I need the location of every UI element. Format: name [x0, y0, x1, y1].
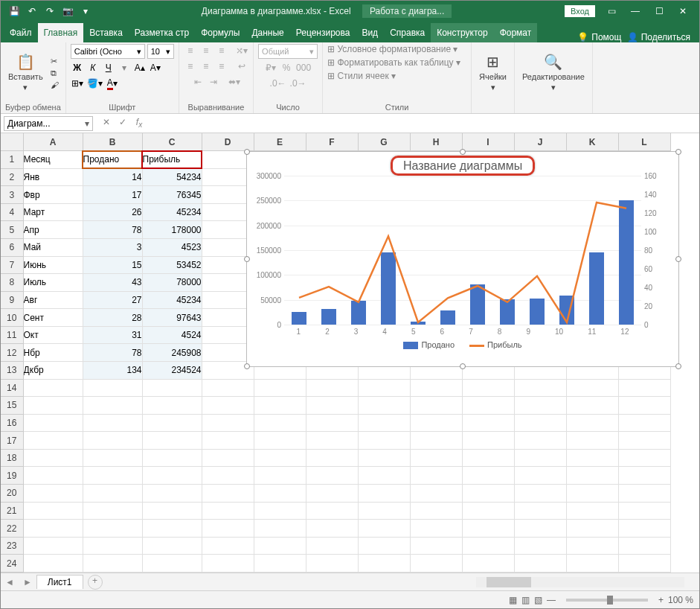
align-right-icon[interactable]: ≡ [215, 60, 228, 73]
cancel-formula-icon[interactable]: ✕ [100, 117, 112, 129]
merge-icon[interactable]: ⬌▾ [228, 75, 241, 89]
sheet-nav-prev-icon[interactable]: ◄ [1, 577, 19, 587]
chart-line[interactable] [299, 203, 626, 322]
copy-icon[interactable]: ⧉ [51, 68, 59, 78]
tab-home[interactable]: Главная [38, 23, 84, 42]
format-as-table-button[interactable]: ⊞ Форматировать как таблицу ▾ [327, 57, 460, 68]
normal-view-icon[interactable]: ▦ [509, 595, 517, 605]
resize-handle[interactable] [244, 363, 250, 369]
formula-input[interactable] [150, 116, 699, 131]
tab-insert[interactable]: Вставка [83, 23, 129, 42]
group-alignment: ≡≡≡ ⤭▾ ≡≡≡ ↩ ⇤⇥ ⬌▾ Выравнивание [179, 42, 254, 113]
ribbon: 📋Вставить▾ ✂ ⧉ 🖌 Буфер обмена Calibri (О… [1, 42, 699, 114]
align-bottom-icon[interactable]: ≡ [215, 44, 228, 57]
minimize-icon[interactable]: — [628, 6, 643, 16]
login-button[interactable]: Вход [565, 5, 595, 17]
increase-indent-icon[interactable]: ⇥ [207, 75, 220, 89]
group-clipboard: 📋Вставить▾ ✂ ⧉ 🖌 Буфер обмена [1, 42, 66, 113]
tab-help[interactable]: Справка [384, 23, 431, 42]
undo-icon[interactable]: ↶ [26, 5, 38, 17]
resize-handle[interactable] [675, 149, 681, 155]
shrink-font-icon[interactable]: A▾ [149, 61, 162, 74]
qat-customize-icon[interactable]: ▾ [80, 5, 91, 17]
contextual-tab-label: Работа с диагра... [362, 4, 452, 18]
formula-bar: Диаграм...▾ ✕ ✓ fx [1, 114, 699, 133]
horizontal-scrollbar[interactable] [476, 577, 684, 587]
tab-formulas[interactable]: Формулы [195, 23, 245, 42]
format-painter-icon[interactable]: 🖌 [51, 80, 59, 89]
increase-decimal-icon[interactable]: .0← [269, 77, 287, 90]
sheet-nav-next-icon[interactable]: ► [19, 577, 36, 587]
group-editing: 🔍Редактирование▾ [515, 42, 593, 113]
resize-handle[interactable] [244, 149, 250, 155]
borders-icon[interactable]: ⊞▾ [71, 77, 84, 90]
tab-review[interactable]: Рецензирова [290, 23, 356, 42]
close-icon[interactable]: ✕ [675, 6, 690, 16]
bold-button[interactable]: Ж [71, 61, 84, 74]
save-icon[interactable]: 💾 [8, 5, 20, 17]
sheet-tab[interactable]: Лист1 [36, 575, 83, 589]
page-layout-view-icon[interactable]: ▥ [521, 595, 530, 605]
fx-icon[interactable]: fx [133, 117, 145, 129]
underline-button[interactable]: Ч [102, 61, 115, 74]
cut-icon[interactable]: ✂ [51, 57, 59, 66]
zoom-slider[interactable] [566, 599, 648, 602]
comma-icon[interactable]: 000 [295, 61, 312, 74]
maximize-icon[interactable]: ☐ [652, 6, 667, 16]
editing-button[interactable]: 🔍Редактирование▾ [519, 51, 588, 94]
fill-color-icon[interactable]: 🪣▾ [86, 77, 103, 90]
align-top-icon[interactable]: ≡ [184, 44, 197, 57]
status-bar: ▦ ▥ ▧ — + 100 % [1, 590, 699, 608]
align-middle-icon[interactable]: ≡ [199, 44, 213, 57]
tab-file[interactable]: Файл [4, 23, 38, 42]
number-format-combo[interactable]: Общий▾ [258, 44, 318, 59]
tell-me[interactable]: 💡 Помощ [577, 32, 621, 42]
decrease-indent-icon[interactable]: ⇤ [191, 75, 205, 89]
group-font: Calibri (Осно▾ 10▾ Ж К Ч ▾ A▴ A▾ ⊞▾ 🪣▾ A… [66, 42, 179, 113]
currency-icon[interactable]: ₽▾ [264, 61, 277, 74]
add-sheet-icon[interactable]: + [88, 575, 103, 590]
align-center-icon[interactable]: ≡ [199, 60, 213, 73]
orientation-icon[interactable]: ⤭▾ [235, 44, 248, 57]
ribbon-options-icon[interactable]: ▭ [604, 6, 619, 16]
zoom-out-icon[interactable]: — [547, 595, 556, 605]
italic-button[interactable]: К [86, 61, 100, 74]
page-break-view-icon[interactable]: ▧ [534, 595, 542, 605]
resize-handle[interactable] [244, 256, 250, 262]
font-size-combo[interactable]: 10▾ [147, 44, 174, 59]
redo-icon[interactable]: ↷ [44, 5, 56, 17]
resize-handle[interactable] [675, 363, 681, 369]
zoom-level[interactable]: 100 % [668, 595, 693, 605]
resize-handle[interactable] [460, 363, 466, 369]
sheet-tabs: ◄ ► Лист1 + [1, 573, 699, 590]
tab-view[interactable]: Вид [356, 23, 384, 42]
cells-button[interactable]: ⊞Ячейки▾ [476, 51, 510, 94]
conditional-formatting-button[interactable]: ⊞ Условное форматирование ▾ [327, 44, 457, 54]
tab-chart-design[interactable]: Конструктор [431, 23, 493, 42]
cell-styles-button[interactable]: ⊞ Стили ячеек ▾ [327, 71, 396, 81]
grow-font-icon[interactable]: A▴ [133, 61, 147, 74]
camera-icon[interactable]: 📷 [62, 5, 74, 17]
align-left-icon[interactable]: ≡ [184, 60, 197, 73]
name-box[interactable]: Диаграм...▾ [4, 116, 93, 131]
font-name-combo[interactable]: Calibri (Осно▾ [71, 44, 145, 59]
worksheet-grid[interactable]: ABCDEFGHIJKL1МесяцПроданоПрибыль2Янв1454… [1, 133, 699, 573]
resize-handle[interactable] [460, 149, 466, 155]
paste-button[interactable]: 📋Вставить▾ [5, 51, 46, 94]
tab-data[interactable]: Данные [245, 23, 289, 42]
font-color-icon[interactable]: A▾ [106, 77, 119, 90]
zoom-in-icon[interactable]: + [658, 595, 664, 605]
resize-handle[interactable] [675, 256, 681, 262]
chart-title[interactable]: Название диаграммы [247, 152, 678, 176]
tab-page-layout[interactable]: Разметка стр [129, 23, 195, 42]
wrap-text-icon[interactable]: ↩ [235, 60, 248, 73]
ribbon-tabs: Файл Главная Вставка Разметка стр Формул… [1, 22, 699, 42]
enter-formula-icon[interactable]: ✓ [117, 117, 129, 129]
tab-chart-format[interactable]: Формат [494, 23, 538, 42]
group-number: Общий▾ ₽▾%000 .0←.0→ Число [254, 42, 323, 113]
decrease-decimal-icon[interactable]: .0→ [289, 77, 307, 90]
share-button[interactable]: 👤 Поделиться [627, 32, 690, 42]
group-styles: ⊞ Условное форматирование ▾ ⊞ Форматиров… [323, 42, 472, 113]
chart-object[interactable]: Название диаграммы 050000100000150000200… [246, 151, 679, 367]
percent-icon[interactable]: % [280, 61, 293, 74]
